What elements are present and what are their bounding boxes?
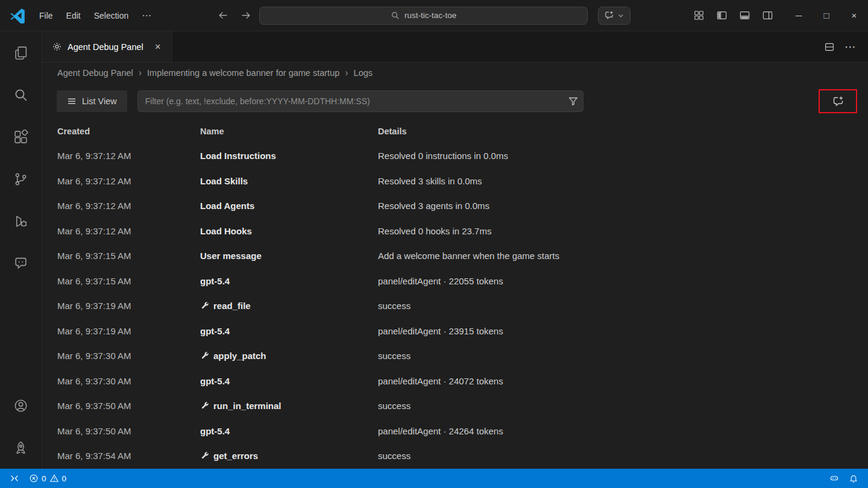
row-name-text: gpt-5.4 [200, 326, 230, 336]
row-details: Add a welcome banner when the game start… [378, 251, 868, 261]
table-row[interactable]: Mar 6, 9:37:12 AM Load Hooks Resolved 0 … [42, 219, 868, 244]
row-name-text: Load Skills [200, 176, 248, 186]
column-header-created[interactable]: Created [57, 127, 200, 136]
toggle-secondary-sidebar-button[interactable] [756, 4, 779, 27]
branch-icon [13, 172, 28, 187]
table-row[interactable]: Mar 6, 9:37:50 AM run_in_terminal succes… [42, 393, 868, 419]
forward-button[interactable] [237, 7, 254, 24]
copilot-chat-icon [604, 10, 614, 20]
editor-more-actions-button[interactable]: ⋯ [844, 41, 856, 52]
table-row[interactable]: Mar 6, 9:37:30 AM apply_patch success [42, 343, 868, 369]
table-row[interactable]: Mar 6, 9:37:19 AM gpt-5.4 panel/editAgen… [42, 319, 868, 344]
minimize-button[interactable]: ─ [785, 0, 813, 31]
toggle-panel-button[interactable] [733, 4, 756, 27]
table-row[interactable]: Mar 6, 9:37:30 AM gpt-5.4 panel/editAgen… [42, 369, 868, 394]
row-name-text: gpt-5.4 [200, 376, 230, 386]
customize-layout-button[interactable] [687, 4, 710, 27]
extensions-icon [13, 130, 28, 145]
open-chat-button-highlighted[interactable] [819, 89, 857, 113]
row-details: panel/editAgent · 24264 tokens [378, 426, 868, 436]
breadcrumb-item-panel[interactable]: Agent Debug Panel [57, 68, 133, 78]
row-details: panel/editAgent · 22055 tokens [378, 276, 868, 286]
tab-agent-debug-panel[interactable]: Agent Debug Panel × [42, 31, 172, 62]
search-view-button[interactable] [0, 74, 42, 116]
row-name: Load Skills [200, 176, 378, 186]
row-name-text: gpt-5.4 [200, 276, 230, 286]
maximize-button[interactable]: □ [813, 0, 840, 31]
row-details: success [378, 401, 868, 411]
menu-edit[interactable]: Edit [60, 8, 87, 23]
column-header-details[interactable]: Details [378, 127, 868, 136]
launchpad-button[interactable] [0, 427, 42, 469]
copilot-menu-button[interactable] [598, 7, 631, 25]
remote-button[interactable] [5, 469, 24, 488]
account-icon [13, 398, 28, 413]
row-created: Mar 6, 9:37:30 AM [57, 351, 200, 361]
split-editor-button[interactable] [824, 42, 835, 52]
row-created: Mar 6, 9:37:15 AM [57, 276, 200, 286]
table-row[interactable]: Mar 6, 9:37:54 AM get_errors success [42, 443, 868, 469]
list-view-button[interactable]: List View [57, 90, 127, 112]
copilot-icon [829, 474, 839, 483]
source-control-button[interactable] [0, 158, 42, 200]
list-icon [67, 96, 77, 106]
row-created: Mar 6, 9:37:12 AM [57, 226, 200, 236]
menu-file[interactable]: File [33, 8, 60, 23]
row-created: Mar 6, 9:37:50 AM [57, 426, 200, 436]
row-name: User message [200, 251, 378, 261]
table-row[interactable]: Mar 6, 9:37:15 AM User message Add a wel… [42, 243, 868, 269]
row-created: Mar 6, 9:37:50 AM [57, 401, 200, 411]
row-name: Load Instructions [200, 151, 378, 161]
menu-selection[interactable]: Selection [87, 8, 136, 23]
row-created: Mar 6, 9:37:19 AM [57, 326, 200, 336]
table-header: Created Name Details [42, 118, 868, 143]
toggle-primary-sidebar-button[interactable] [710, 4, 733, 27]
row-details: success [378, 351, 868, 361]
search-icon [391, 11, 400, 20]
breadcrumb-item-logs[interactable]: Logs [354, 68, 373, 78]
table-row[interactable]: Mar 6, 9:37:50 AM gpt-5.4 panel/editAgen… [42, 419, 868, 444]
rocket-icon [13, 440, 28, 455]
tool-icon [200, 401, 209, 410]
copilot-status-button[interactable] [825, 469, 844, 488]
back-button[interactable] [215, 7, 231, 24]
menu-more-button[interactable]: ⋯ [135, 7, 158, 24]
split-editor-icon [824, 42, 835, 52]
table-row[interactable]: Mar 6, 9:37:12 AM Load Skills Resolved 3… [42, 169, 868, 194]
chat-view-button[interactable] [0, 242, 42, 284]
search-icon [13, 87, 28, 102]
row-details: Resolved 0 instructions in 0.0ms [378, 151, 868, 161]
search-bar[interactable]: rust-tic-tac-toe [259, 7, 588, 25]
breadcrumb: Agent Debug Panel › Implementing a welco… [42, 63, 868, 83]
row-details: Resolved 3 agents in 0.0ms [378, 201, 868, 211]
problems-button[interactable]: 0 0 [24, 469, 71, 488]
bell-icon [849, 474, 858, 483]
filter-input[interactable] [137, 90, 583, 112]
row-details: Resolved 0 hooks in 23.7ms [378, 226, 868, 236]
breadcrumb-item-session[interactable]: Implementing a welcome banner for game s… [147, 68, 339, 78]
status-bar: 0 0 [0, 469, 868, 488]
row-name: get_errors [200, 451, 378, 461]
notifications-button[interactable] [844, 469, 863, 488]
row-name-text: gpt-5.4 [200, 426, 230, 436]
row-name: gpt-5.4 [200, 276, 378, 286]
extensions-button[interactable] [0, 116, 42, 158]
vscode-logo-icon [10, 8, 25, 23]
chat-add-icon [832, 95, 844, 108]
tool-icon [200, 351, 209, 360]
table-row[interactable]: Mar 6, 9:37:12 AM Load Agents Resolved 3… [42, 193, 868, 219]
run-debug-button[interactable] [0, 200, 42, 242]
table-row[interactable]: Mar 6, 9:37:19 AM read_file success [42, 293, 868, 319]
table-row[interactable]: Mar 6, 9:37:15 AM gpt-5.4 panel/editAgen… [42, 269, 868, 294]
table-row[interactable]: Mar 6, 9:37:12 AM Load Instructions Reso… [42, 143, 868, 169]
accounts-button[interactable] [0, 384, 42, 427]
tab-close-button[interactable]: × [151, 40, 165, 54]
row-created: Mar 6, 9:37:12 AM [57, 151, 200, 161]
row-name-text: Load Instructions [200, 151, 276, 161]
column-header-name[interactable]: Name [200, 127, 378, 136]
filter-icon[interactable] [568, 96, 578, 106]
explorer-button[interactable] [0, 31, 42, 74]
row-created: Mar 6, 9:37:15 AM [57, 251, 200, 261]
search-value: rust-tic-tac-toe [404, 11, 456, 20]
close-button[interactable]: × [840, 0, 868, 31]
